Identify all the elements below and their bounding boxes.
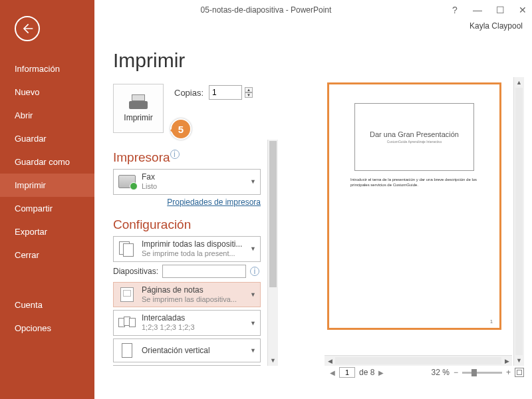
print-button-label: Imprimir [124, 113, 152, 122]
printer-name: Fax [142, 172, 245, 182]
scroll-down-icon[interactable]: ▼ [514, 355, 524, 366]
callout-badge: 5 [170, 118, 192, 140]
scroll-thumb[interactable] [269, 141, 277, 287]
next-page-button[interactable]: ▶ [378, 369, 384, 376]
zoom-slider[interactable] [462, 372, 502, 374]
settings-scrollbar[interactable]: ▲ ▼ [267, 140, 278, 366]
info-icon[interactable]: i [170, 150, 180, 159]
nav-cerrar[interactable]: Cerrar [0, 243, 94, 267]
printer-icon [129, 94, 148, 109]
copies-label: Copias: [174, 88, 203, 98]
current-page-input[interactable] [339, 367, 355, 378]
nav-cuenta[interactable]: Cuenta [0, 293, 94, 317]
copies-input[interactable] [209, 85, 242, 100]
scroll-left-icon[interactable]: ◀ [325, 356, 335, 366]
copies-spinner[interactable]: ▲▼ [245, 87, 253, 98]
collate-icon [118, 317, 136, 330]
print-button[interactable]: Imprimir [113, 84, 164, 133]
spin-down-icon[interactable]: ▼ [245, 92, 253, 98]
slide-subtitle: CustomGuide Aprendizaje Interactivo [387, 140, 442, 144]
nav-opciones[interactable]: Opciones [0, 317, 94, 340]
zoom-percent: 32 % [432, 368, 450, 377]
printer-section-title: Impresora [113, 150, 170, 165]
scroll-up-icon[interactable]: ▲ [514, 77, 524, 88]
color-dropdown[interactable]: Escala de grises ▼ [113, 365, 261, 366]
print-what-dropdown[interactable]: Imprimir todas las dispositi... Se impri… [113, 236, 261, 262]
nav-guardar-como[interactable]: Guardar como [0, 150, 94, 174]
chevron-down-icon: ▼ [250, 320, 256, 327]
nav-exportar[interactable]: Exportar [0, 220, 94, 243]
minimize-icon[interactable]: ― [472, 5, 483, 15]
preview-vscrollbar[interactable]: ▲ ▼ [513, 77, 524, 366]
nav-list: Información Nuevo Abrir Guardar Guardar … [0, 57, 94, 267]
nav-footer: Cuenta Opciones [0, 293, 94, 340]
nav-informacion[interactable]: Información [0, 57, 94, 80]
prev-page-button[interactable]: ◀ [330, 369, 335, 376]
slide-notes: Introducir el tema de la presentación y … [350, 178, 478, 188]
collate-dropdown[interactable]: Intercaladas 1;2;3 1;2;3 1;2;3 ▼ [113, 310, 261, 336]
page-of-label: de 8 [359, 368, 374, 377]
preview-hscrollbar[interactable]: ◀ ▶ [325, 355, 512, 366]
zoom-in-button[interactable]: + [506, 368, 511, 377]
orientation-dropdown[interactable]: Orientación vertical ▼ [113, 338, 261, 362]
arrow-left-icon [21, 22, 34, 35]
info-icon[interactable]: i [250, 267, 259, 276]
layout-dropdown[interactable]: Páginas de notas Se imprimen las diaposi… [113, 282, 261, 308]
chevron-down-icon: ▼ [250, 245, 256, 252]
slides-label: Diapositivas: [113, 267, 158, 276]
fit-to-window-button[interactable] [515, 368, 524, 377]
chevron-down-icon: ▼ [250, 291, 256, 298]
notes-page-icon [120, 287, 134, 302]
printer-status: Listo [142, 182, 245, 192]
print-preview: Dar una Gran Presentación CustomGuide Ap… [325, 77, 524, 379]
portrait-icon [122, 343, 132, 358]
printer-dropdown[interactable]: Fax Listo ▼ [113, 169, 261, 195]
page-title: Imprimir [113, 49, 532, 72]
printer-properties-link[interactable]: Propiedades de impresora [113, 198, 261, 207]
preview-controls: ◀ de 8 ▶ 32 % − + [325, 366, 524, 379]
nav-compartir[interactable]: Compartir [0, 197, 94, 220]
slides-input[interactable] [162, 265, 246, 278]
back-button[interactable] [15, 16, 40, 41]
slide-thumbnail: Dar una Gran Presentación CustomGuide Ap… [354, 103, 474, 171]
scroll-down-icon[interactable]: ▼ [268, 355, 278, 366]
scroll-right-icon[interactable]: ▶ [501, 356, 512, 366]
chevron-down-icon: ▼ [250, 178, 256, 185]
print-pane: Imprimir Imprimir Copias: ▲▼ 5 Impresora… [94, 36, 532, 399]
slide-title: Dar una Gran Presentación [370, 130, 459, 138]
nav-nuevo[interactable]: Nuevo [0, 80, 94, 104]
user-name[interactable]: Kayla Claypool [469, 21, 523, 31]
close-icon[interactable]: ✕ [517, 5, 528, 15]
preview-page: Dar una Gran Presentación CustomGuide Ap… [327, 82, 501, 330]
nav-abrir[interactable]: Abrir [0, 104, 94, 127]
maximize-icon[interactable]: ☐ [495, 5, 505, 15]
chevron-down-icon: ▼ [250, 347, 256, 354]
nav-imprimir[interactable]: Imprimir [0, 174, 94, 197]
nav-guardar[interactable]: Guardar [0, 127, 94, 150]
pages-icon [119, 241, 135, 256]
window-title: 05-notas-de-diapositiva - PowerPoint [201, 5, 332, 15]
page-number: 1 [490, 319, 493, 324]
settings-section-title: Configuración [113, 217, 278, 232]
backstage-sidebar: Información Nuevo Abrir Guardar Guardar … [0, 0, 94, 399]
help-icon[interactable]: ? [450, 5, 460, 15]
zoom-out-button[interactable]: − [454, 368, 458, 377]
fax-icon [118, 175, 136, 188]
spin-up-icon[interactable]: ▲ [245, 87, 253, 92]
